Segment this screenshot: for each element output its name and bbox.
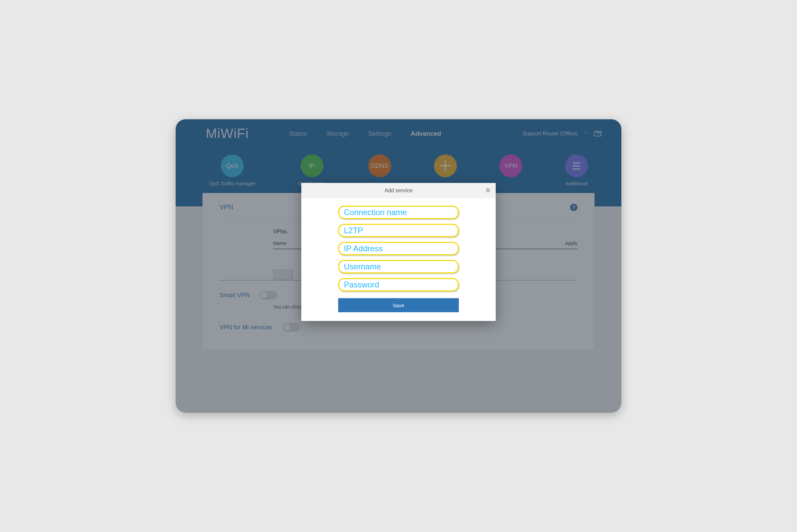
password-input[interactable] <box>338 278 459 291</box>
save-button[interactable]: Save <box>338 298 459 312</box>
modal-overlay: Add service ✕ Save <box>175 119 622 413</box>
close-icon[interactable]: ✕ <box>485 186 491 195</box>
ip-address-input[interactable] <box>338 242 459 255</box>
username-input[interactable] <box>338 260 459 273</box>
modal-title: Add service <box>385 188 412 194</box>
add-service-modal: Add service ✕ Save <box>301 183 496 321</box>
connection-name-input[interactable] <box>338 206 459 219</box>
protocol-select[interactable] <box>338 224 459 237</box>
